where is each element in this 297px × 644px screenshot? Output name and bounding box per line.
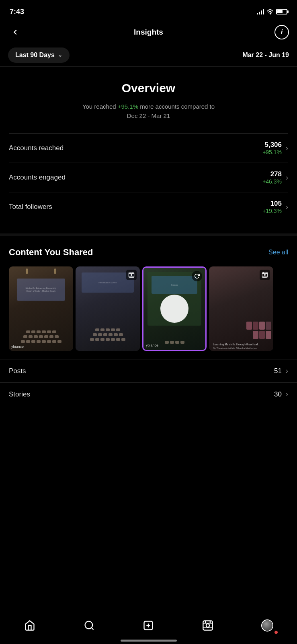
stat-change-value: +19.3% — [262, 208, 282, 214]
plus-square-icon — [143, 620, 154, 631]
stories-stat[interactable]: Stories 30 › — [0, 382, 297, 406]
status-bar: 7:43 — [0, 0, 297, 21]
stat-accounts-engaged[interactable]: Accounts engaged 278 +46.3% › — [9, 163, 288, 192]
content-header: Content You Shared See all — [0, 247, 297, 266]
filter-label: Last 90 Days — [15, 52, 55, 59]
home-icon — [24, 620, 35, 631]
chevron-right-icon: › — [286, 367, 288, 375]
filter-bar: Last 90 Days ⌄ Mar 22 - Jun 19 — [0, 43, 297, 67]
stat-total-followers[interactable]: Total followers 105 +19.3% › — [9, 192, 288, 221]
reel-icon — [260, 270, 270, 280]
overview-subtitle: You reached +95.1% more accounts compare… — [9, 102, 288, 120]
overview-highlight: +95.1% — [118, 103, 138, 110]
nav-search[interactable] — [79, 617, 99, 634]
date-range-display: Mar 22 - Jun 19 — [242, 52, 289, 59]
stat-right: 5,306 +95.1% › — [262, 141, 288, 155]
chevron-right-icon: › — [286, 390, 288, 398]
stat-change-value: +46.3% — [262, 178, 282, 185]
stat-change-value: +95.1% — [262, 149, 282, 155]
bottom-nav — [0, 612, 297, 644]
posts-right: 51 › — [274, 367, 288, 375]
thumbnail-3[interactable]: Screen ybiance — [142, 266, 207, 351]
subtitle-pre: You reached — [82, 103, 118, 110]
stories-right: 30 › — [274, 390, 288, 398]
posts-value: 51 — [274, 367, 282, 375]
info-button[interactable]: i — [274, 25, 289, 39]
nav-profile[interactable] — [257, 617, 277, 634]
thumbnail-4[interactable]: Learning life skills through theatrical.… — [209, 266, 273, 351]
chevron-right-icon: › — [286, 144, 288, 153]
stories-label: Stories — [9, 390, 30, 398]
play-icon — [160, 295, 188, 323]
nav-create[interactable] — [138, 617, 158, 634]
stat-accounts-reached[interactable]: Accounts reached 5,306 +95.1% › — [9, 133, 288, 163]
avatar — [261, 619, 273, 632]
stat-label: Accounts reached — [9, 144, 63, 152]
stat-main-value: 278 — [262, 170, 282, 178]
wifi-icon — [266, 9, 274, 14]
overview-title: Overview — [9, 81, 288, 95]
status-icons — [257, 9, 287, 14]
thumb-label: ybiance — [11, 345, 24, 349]
stat-right: 278 +46.3% › — [262, 170, 288, 185]
posts-stat[interactable]: Posts 51 › — [0, 359, 297, 382]
stories-value: 30 — [274, 390, 282, 398]
nav-bar: Insights i — [0, 21, 297, 43]
content-section-title: Content You Shared — [9, 247, 93, 258]
back-button[interactable] — [8, 25, 23, 39]
stat-values: 278 +46.3% — [262, 170, 282, 185]
chevron-right-icon: › — [286, 203, 288, 211]
stat-label: Accounts engaged — [9, 173, 66, 182]
comparison-period: Dec 22 - Mar 21 — [127, 112, 170, 119]
stats-list: Accounts reached 5,306 +95.1% › Accounts… — [9, 133, 288, 221]
stat-values: 5,306 +95.1% — [262, 141, 282, 155]
svg-point-7 — [264, 274, 266, 276]
thumb-label: ybiance — [146, 343, 158, 347]
subtitle-post: more accounts compared to — [138, 103, 215, 110]
content-shared-section: Content You Shared See all Mindset for E… — [0, 236, 297, 406]
stat-main-value: 5,306 — [262, 141, 282, 149]
svg-point-18 — [206, 623, 209, 627]
posts-label: Posts — [9, 367, 26, 375]
chevron-down-icon: ⌄ — [58, 52, 62, 58]
stat-main-value: 105 — [262, 200, 282, 208]
nav-reels[interactable] — [198, 617, 218, 634]
content-stats: Posts 51 › Stories 30 › — [0, 351, 297, 406]
nav-home[interactable] — [20, 617, 40, 634]
stat-label: Total followers — [9, 203, 52, 211]
overview-section: Overview You reached +95.1% more account… — [0, 67, 297, 236]
thumbnails-row: Mindset for Enhancing ProductivityCoach … — [0, 266, 297, 351]
thumbnail-2[interactable]: Presentation Screen — [76, 266, 140, 351]
stat-right: 105 +19.3% › — [262, 200, 288, 214]
thumbnail-1[interactable]: Mindset for Enhancing ProductivityCoach … — [9, 266, 73, 351]
refresh-icon — [192, 271, 202, 281]
svg-point-12 — [85, 621, 92, 629]
page-title: Insights — [134, 28, 163, 37]
status-time: 7:43 — [10, 8, 24, 16]
svg-point-1 — [131, 274, 132, 276]
battery-icon — [276, 9, 287, 14]
reels-icon — [202, 620, 213, 631]
reel-icon — [126, 270, 137, 280]
search-icon — [84, 620, 95, 631]
see-all-button[interactable]: See all — [268, 249, 288, 256]
notification-dot — [274, 630, 278, 634]
svg-line-13 — [91, 627, 93, 630]
date-filter-button[interactable]: Last 90 Days ⌄ — [8, 47, 70, 63]
home-indicator — [121, 640, 177, 642]
chevron-right-icon: › — [286, 173, 288, 182]
info-icon: i — [281, 28, 283, 36]
stat-values: 105 +19.3% — [262, 200, 282, 214]
svg-rect-17 — [203, 621, 213, 630]
signal-icon — [257, 9, 264, 14]
